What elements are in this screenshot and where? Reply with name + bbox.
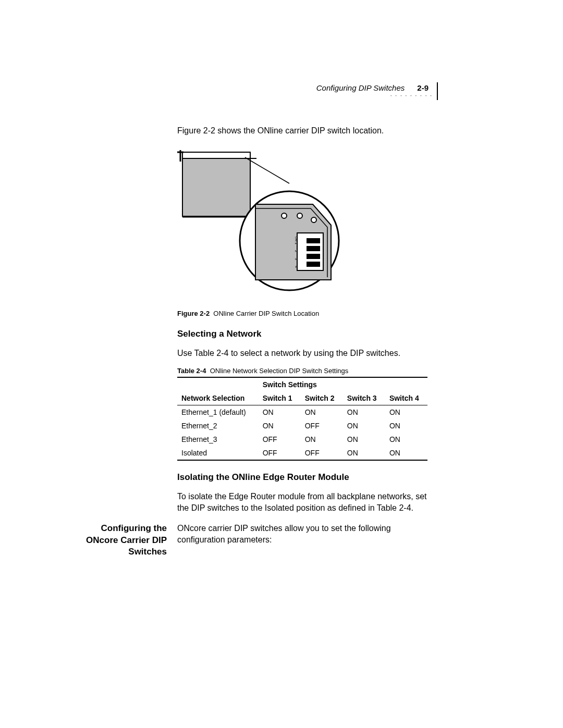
table-row: Ethernet_2 ON OFF ON ON	[177, 419, 427, 433]
header-rule	[437, 82, 438, 100]
col-network: Network Selection	[177, 391, 259, 405]
table-label: Table 2-4	[177, 367, 206, 375]
para-oncore: ONcore carrier DIP switches allow you to…	[177, 523, 427, 546]
dip-switch-table: Switch Settings Network Selection Switch…	[177, 377, 427, 461]
header-dots-icon: · · · · · · · · ·	[390, 93, 433, 98]
para-isolating: To isolate the Edge Router module from a…	[177, 491, 427, 514]
svg-rect-18	[300, 246, 307, 251]
figure-caption: Figure 2-2 ONline Carrier DIP Switch Loc…	[177, 310, 427, 317]
document-page: Configuring DIP Switches 2-9 · · · · · ·…	[0, 0, 563, 728]
svg-text:4: 4	[295, 266, 298, 268]
table-row: Ethernet_3 OFF ON ON ON	[177, 433, 427, 446]
running-header: Configuring DIP Switches 2-9	[316, 83, 433, 92]
table-row: Ethernet_1 (default) ON ON ON ON	[177, 405, 427, 419]
side-heading-oncore: Configuring the ONcore Carrier DIP Switc…	[78, 523, 167, 559]
figure-caption-text: ONline Carrier DIP Switch Location	[213, 310, 319, 317]
heading-isolating: Isolating the ONline Edge Router Module	[177, 472, 427, 483]
table-row: Isolated OFF OFF ON ON	[177, 446, 427, 460]
heading-selecting-network: Selecting a Network	[177, 329, 427, 339]
col-switch4: Switch 4	[385, 391, 427, 405]
svg-text:ON: ON	[295, 237, 298, 241]
svg-rect-0	[182, 156, 250, 216]
header-title: Configuring DIP Switches	[316, 83, 405, 92]
table-caption-text: ONline Network Selection DIP Switch Sett…	[210, 367, 349, 375]
col-switch3: Switch 3	[343, 391, 385, 405]
figure-2-2: ON 1 2 3 4 Figure 2-2 ONline Carrier DIP…	[177, 147, 427, 317]
svg-rect-20	[300, 262, 307, 267]
svg-point-9	[282, 213, 287, 218]
svg-rect-17	[300, 238, 307, 243]
dip-switch-diagram-icon: ON 1 2 3 4	[177, 147, 344, 303]
col-switch1: Switch 1	[259, 391, 301, 405]
header-page-number: 2-9	[417, 83, 429, 92]
svg-point-10	[297, 213, 302, 218]
svg-point-11	[311, 217, 316, 223]
para-selecting-network: Use Table 2-4 to select a network by usi…	[177, 348, 427, 359]
svg-text:1: 1	[295, 242, 298, 244]
svg-rect-19	[300, 254, 307, 259]
svg-rect-1	[182, 152, 250, 158]
svg-text:2: 2	[295, 250, 298, 252]
table-group-header: Switch Settings	[259, 377, 427, 391]
svg-text:3: 3	[295, 258, 298, 260]
table-caption: Table 2-4 ONline Network Selection DIP S…	[177, 367, 427, 375]
col-switch2: Switch 2	[301, 391, 343, 405]
intro-paragraph: Figure 2-2 shows the ONline carrier DIP …	[177, 125, 427, 137]
figure-label: Figure 2-2	[177, 310, 210, 317]
main-content: Figure 2-2 shows the ONline carrier DIP …	[177, 125, 427, 546]
svg-line-6	[245, 157, 289, 183]
